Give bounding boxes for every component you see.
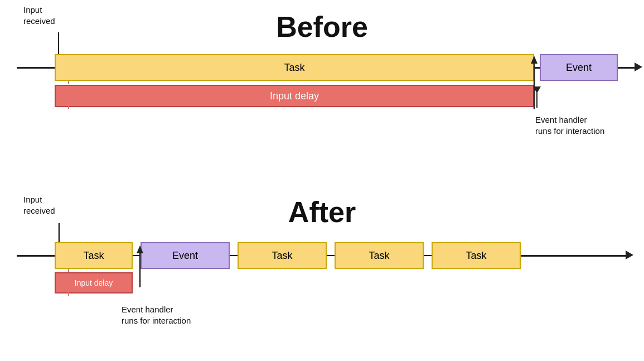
- after-dotted-line: [68, 269, 69, 296]
- diagram-container: Before Inputreceived Task Event Input de…: [0, 0, 644, 361]
- before-title: Before: [276, 10, 368, 44]
- before-event-handler-label: Event handlerruns for interaction: [535, 114, 604, 136]
- after-timeline-arrow: [626, 251, 633, 259]
- after-timeline-left: [17, 255, 55, 257]
- after-task-box: Task: [55, 242, 133, 269]
- after-connector4: [424, 255, 432, 256]
- after-connector2: [230, 255, 238, 256]
- before-event-handler-svg: [527, 56, 541, 112]
- after-event-handler-svg: [133, 246, 147, 290]
- svg-marker-1: [531, 56, 538, 64]
- before-input-received-label: Inputreceived: [23, 4, 55, 26]
- svg-marker-5: [137, 246, 143, 253]
- after-task3-box: Task: [335, 242, 424, 269]
- before-dotted-line: [68, 81, 69, 109]
- after-timeline-right: [521, 255, 627, 257]
- after-input-delay-box: Input delay: [55, 272, 133, 293]
- after-task2-box: Task: [238, 242, 327, 269]
- after-input-received-label: Inputreceived: [23, 194, 55, 216]
- after-event-handler-label: Event handlerruns for interaction: [122, 304, 191, 326]
- after-event-box: Event: [141, 242, 230, 269]
- after-connector3: [327, 255, 335, 256]
- before-timeline-right: [618, 67, 635, 69]
- after-task4-box: Task: [432, 242, 521, 269]
- before-task-box: Task: [55, 54, 534, 81]
- before-timeline-arrow: [635, 62, 642, 71]
- before-input-delay-box: Input delay: [55, 85, 534, 107]
- before-event-box: Event: [540, 54, 618, 81]
- before-timeline-left: [17, 67, 55, 69]
- after-title: After: [288, 195, 356, 229]
